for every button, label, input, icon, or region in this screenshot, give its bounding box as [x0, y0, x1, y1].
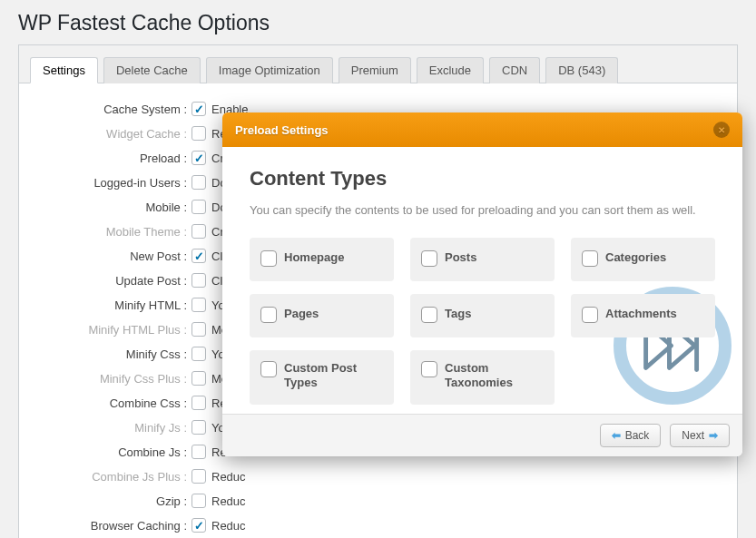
setting-label: Gzip: [46, 494, 191, 508]
setting-label: Combine Css: [46, 396, 191, 410]
setting-checkbox[interactable]: [191, 224, 206, 239]
setting-checkbox[interactable]: [191, 126, 206, 141]
content-type-item[interactable]: Tags: [410, 294, 555, 337]
content-type-checkbox[interactable]: [421, 307, 437, 323]
setting-checkbox[interactable]: [191, 175, 206, 190]
setting-description: Reduc: [211, 494, 246, 508]
setting-label: Minify HTML Plus: [46, 323, 191, 337]
content-type-item[interactable]: Homepage: [250, 238, 394, 281]
setting-label: New Post: [46, 249, 191, 263]
modal-header: Preload Settings: [222, 112, 742, 147]
content-type-label: Attachments: [605, 307, 677, 322]
tab-cdn[interactable]: CDN: [489, 57, 540, 83]
setting-row: GzipReduc: [46, 492, 710, 510]
setting-label: Combine Js Plus: [46, 470, 191, 484]
setting-checkbox[interactable]: [191, 518, 206, 533]
setting-label: Mobile Theme: [46, 225, 191, 239]
content-type-item[interactable]: Custom Taxonomies: [410, 350, 555, 405]
modal-body: Content Types You can specify the conten…: [222, 147, 742, 414]
preload-settings-modal: Preload Settings Content Types You can s…: [222, 112, 742, 456]
content-type-label: Homepage: [284, 250, 344, 266]
setting-checkbox[interactable]: [191, 273, 206, 288]
tab-image-optimization[interactable]: Image Optimization: [206, 57, 333, 83]
setting-label: Minify Css Plus: [46, 372, 191, 386]
setting-label: Preload: [46, 152, 191, 165]
setting-description: Reduc: [211, 519, 246, 533]
content-type-checkbox[interactable]: [582, 250, 598, 267]
tab-premium[interactable]: Premium: [339, 57, 411, 83]
content-types-grid: HomepagePostsCategoriesPagesTagsAttachme…: [250, 238, 715, 405]
content-type-item[interactable]: Categories: [571, 238, 715, 281]
content-type-item[interactable]: Custom Post Types: [250, 350, 394, 405]
setting-checkbox[interactable]: [191, 371, 206, 386]
setting-checkbox[interactable]: [191, 151, 206, 165]
setting-checkbox[interactable]: [191, 249, 206, 263]
content-type-label: Custom Taxonomies: [445, 361, 544, 392]
setting-label: Mobile: [46, 201, 191, 214]
tab-exclude[interactable]: Exclude: [417, 57, 484, 83]
content-type-item[interactable]: Posts: [410, 238, 555, 281]
content-type-checkbox[interactable]: [421, 250, 437, 267]
content-type-label: Posts: [445, 250, 476, 266]
setting-label: Widget Cache: [46, 127, 191, 141]
setting-row: Browser CachingReduc: [46, 516, 710, 534]
tab-settings[interactable]: Settings: [30, 57, 98, 83]
tabs-bar: SettingsDelete CacheImage OptimizationPr…: [19, 45, 737, 83]
setting-checkbox[interactable]: [191, 102, 206, 116]
setting-checkbox[interactable]: [191, 420, 206, 435]
setting-label: Logged-in Users: [46, 176, 191, 190]
content-type-label: Tags: [445, 307, 471, 322]
content-type-item[interactable]: Attachments: [571, 294, 715, 337]
setting-row: Combine Js PlusReduc: [46, 467, 710, 485]
setting-checkbox[interactable]: [191, 200, 206, 214]
setting-label: Browser Caching: [46, 519, 191, 533]
back-button[interactable]: ⬅ Back: [600, 424, 662, 447]
modal-heading: Content Types: [250, 167, 715, 191]
setting-label: Combine Js: [46, 445, 191, 459]
next-button-label: Next: [682, 429, 704, 442]
modal-description: You can specify the contents to be used …: [250, 201, 715, 220]
setting-label: Cache System: [46, 103, 191, 116]
content-type-checkbox[interactable]: [421, 361, 437, 377]
setting-label: Minify Js: [46, 421, 191, 435]
modal-title: Preload Settings: [235, 123, 329, 137]
setting-checkbox[interactable]: [191, 347, 206, 361]
setting-checkbox[interactable]: [191, 322, 206, 337]
content-type-checkbox[interactable]: [260, 361, 277, 377]
content-type-checkbox[interactable]: [260, 250, 277, 267]
content-type-checkbox[interactable]: [260, 307, 277, 323]
arrow-left-icon: ⬅: [612, 429, 621, 442]
tab-delete-cache[interactable]: Delete Cache: [103, 57, 201, 83]
tab-db-543-[interactable]: DB (543): [545, 57, 618, 83]
content-type-label: Categories: [605, 250, 666, 266]
setting-description: Reduc: [211, 470, 246, 484]
setting-checkbox[interactable]: [191, 396, 206, 410]
content-type-label: Pages: [284, 307, 319, 322]
content-type-label: Custom Post Types: [284, 361, 383, 392]
next-button[interactable]: Next ➡: [670, 424, 730, 447]
modal-footer: ⬅ Back Next ➡: [222, 414, 742, 456]
setting-label: Minify Css: [46, 347, 191, 361]
content-type-checkbox[interactable]: [582, 307, 598, 323]
content-type-item[interactable]: Pages: [250, 294, 394, 337]
close-icon[interactable]: [713, 122, 730, 138]
setting-label: Update Post: [46, 274, 191, 288]
setting-label: Minify HTML: [46, 298, 191, 312]
arrow-right-icon: ➡: [709, 429, 718, 442]
setting-checkbox[interactable]: [191, 469, 206, 484]
page-title: WP Fastest Cache Options: [0, 0, 756, 44]
setting-checkbox[interactable]: [191, 445, 206, 459]
setting-checkbox[interactable]: [191, 298, 206, 312]
setting-checkbox[interactable]: [191, 494, 206, 508]
back-button-label: Back: [625, 429, 650, 442]
